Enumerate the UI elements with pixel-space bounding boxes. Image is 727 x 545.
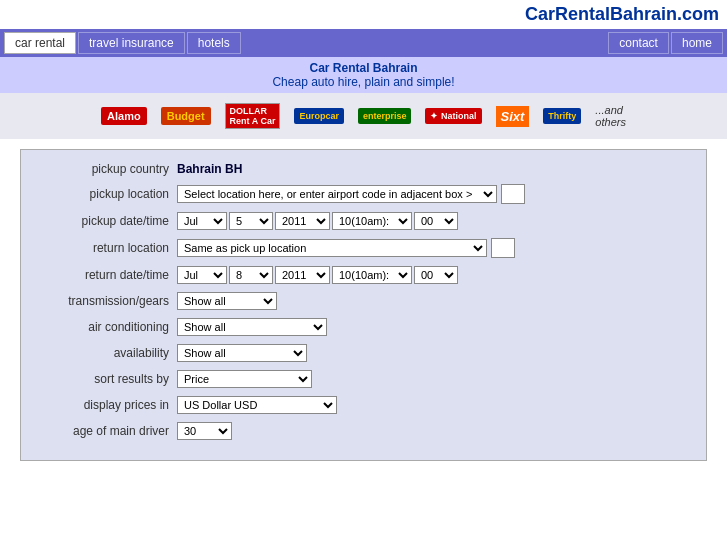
availability-label: availability (37, 346, 177, 360)
form-container: pickup country Bahrain BH pickup locatio… (20, 149, 707, 461)
pickup-country-value: Bahrain BH (177, 162, 242, 176)
availability-row: availability Show all (37, 344, 690, 362)
return-month-select[interactable]: Jul (177, 266, 227, 284)
currency-select[interactable]: US Dollar USD (177, 396, 337, 414)
logos-bar: Alamo Budget DOLLARRent A Car Europcar e… (0, 93, 727, 139)
pickup-location-row: pickup location Select location here, or… (37, 184, 690, 204)
nav-contact[interactable]: contact (608, 32, 669, 54)
age-label: age of main driver (37, 424, 177, 438)
transmission-label: transmission/gears (37, 294, 177, 308)
transmission-row: transmission/gears Show all (37, 292, 690, 310)
transmission-select[interactable]: Show all (177, 292, 277, 310)
sort-select[interactable]: Price (177, 370, 312, 388)
return-day-select[interactable]: 8 (229, 266, 273, 284)
nav-car-rental[interactable]: car rental (4, 32, 76, 54)
nav-home[interactable]: home (671, 32, 723, 54)
promo-site-name: Car Rental Bahrain (4, 61, 723, 75)
logo-national[interactable]: ✦ National (421, 101, 485, 131)
logo-others: ...andothers (591, 101, 630, 131)
return-location-row: return location Same as pick up location (37, 238, 690, 258)
return-min-select[interactable]: 00 (414, 266, 458, 284)
nav-left: car rental travel insurance hotels (4, 32, 241, 54)
pickup-date-row: Jul 5 2011 10(10am): 00 (177, 212, 458, 230)
pickup-hour-select[interactable]: 10(10am): (332, 212, 412, 230)
age-row: age of main driver 30 (37, 422, 690, 440)
site-header: CarRentalBahrain.com (0, 0, 727, 29)
return-location-select[interactable]: Same as pick up location (177, 239, 487, 257)
return-datetime-row: return date/time Jul 8 2011 10(10am): 00 (37, 266, 690, 284)
age-select[interactable]: 30 (177, 422, 232, 440)
aircon-label: air conditioning (37, 320, 177, 334)
nav-right: contact home (608, 32, 723, 54)
main-area: pickup country Bahrain BH pickup locatio… (0, 139, 727, 471)
display-prices-label: display prices in (37, 398, 177, 412)
sort-label: sort results by (37, 372, 177, 386)
pickup-min-select[interactable]: 00 (414, 212, 458, 230)
return-datetime-label: return date/time (37, 268, 177, 282)
pickup-location-label: pickup location (37, 187, 177, 201)
pickup-country-row: pickup country Bahrain BH (37, 162, 690, 176)
pickup-location-box[interactable] (501, 184, 525, 204)
availability-select[interactable]: Show all (177, 344, 307, 362)
pickup-location-select[interactable]: Select location here, or enter airport c… (177, 185, 497, 203)
aircon-row: air conditioning Show all (37, 318, 690, 336)
return-hour-select[interactable]: 10(10am): (332, 266, 412, 284)
display-prices-row: display prices in US Dollar USD (37, 396, 690, 414)
aircon-select[interactable]: Show all (177, 318, 327, 336)
logo-sixt[interactable]: Sixt (492, 101, 534, 131)
logo-enterprise[interactable]: enterprise (354, 101, 416, 131)
nav-hotels[interactable]: hotels (187, 32, 241, 54)
pickup-datetime-row: pickup date/time Jul 5 2011 10(10am): 00 (37, 212, 690, 230)
return-date-row: Jul 8 2011 10(10am): 00 (177, 266, 458, 284)
site-name: CarRentalBahrain.com (525, 4, 719, 24)
pickup-datetime-label: pickup date/time (37, 214, 177, 228)
logo-europcar[interactable]: Europcar (290, 101, 348, 131)
nav-bar: car rental travel insurance hotels conta… (0, 29, 727, 57)
sort-row: sort results by Price (37, 370, 690, 388)
logo-dollar[interactable]: DOLLARRent A Car (221, 101, 285, 131)
logo-alamo[interactable]: Alamo (97, 101, 151, 131)
pickup-day-select[interactable]: 5 (229, 212, 273, 230)
return-location-label: return location (37, 241, 177, 255)
return-location-box[interactable] (491, 238, 515, 258)
pickup-country-label: pickup country (37, 162, 177, 176)
promo-tagline: Cheap auto hire, plain and simple! (4, 75, 723, 89)
logo-thrifty[interactable]: Thrifty (539, 101, 585, 131)
nav-travel-insurance[interactable]: travel insurance (78, 32, 185, 54)
logo-budget[interactable]: Budget (157, 101, 215, 131)
promo-bar: Car Rental Bahrain Cheap auto hire, plai… (0, 57, 727, 93)
pickup-year-select[interactable]: 2011 (275, 212, 330, 230)
return-year-select[interactable]: 2011 (275, 266, 330, 284)
pickup-month-select[interactable]: Jul (177, 212, 227, 230)
